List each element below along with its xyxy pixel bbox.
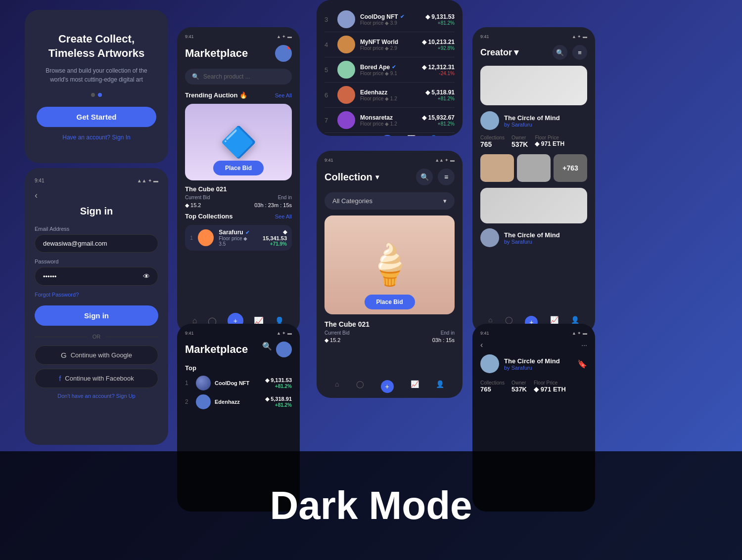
add-icon-col[interactable]: + <box>381 380 394 393</box>
cr-dark-name-block: The Circle of Mind by Sarafuru <box>504 357 560 371</box>
user-avatar[interactable] <box>275 45 292 62</box>
col-title: Collection ▾ <box>325 172 379 183</box>
get-started-button[interactable]: Get Started <box>37 107 156 127</box>
card-collection: 9:41 ▲▲ ✦ ▬ Collection ▾ 🔍 ≡ All Categor… <box>317 151 463 398</box>
home-icon-col[interactable]: ⌂ <box>335 380 339 393</box>
trending-see-all[interactable]: See All <box>275 92 292 98</box>
rank-number: 3 <box>325 16 332 23</box>
search-icon-col[interactable]: 🔍 <box>416 169 433 185</box>
rank-value: ◆ 15,932.67 +81.2% <box>422 114 455 127</box>
filter-icon-col[interactable]: ≡ <box>438 169 455 185</box>
dot-1 <box>91 93 95 97</box>
more-button-cr-dark[interactable]: ··· <box>581 341 587 349</box>
profile-icon-r[interactable]: 👤 <box>429 135 438 136</box>
mp-dark-num: 1 <box>185 380 192 387</box>
mp-status-bar: 9:41 ▲ ✦ ▬ <box>185 34 292 39</box>
fire-icon: 🔥 <box>239 91 247 99</box>
collections-see-all[interactable]: See All <box>275 214 292 219</box>
email-label: Email Address <box>35 226 158 232</box>
mp-dark-num: 2 <box>185 398 192 405</box>
search-icon-col-nav[interactable]: ◯ <box>356 380 364 393</box>
rank-name: Monsaretaz <box>360 114 397 121</box>
nft-name: The Cube 021 <box>325 320 455 328</box>
user-avatar-dark[interactable] <box>276 342 292 357</box>
chart-icon-r[interactable]: 📈 <box>407 135 416 136</box>
categories-dropdown[interactable]: All Categories ▾ <box>325 192 455 210</box>
mp-dark-header: Marketplace 🔍 <box>185 342 292 357</box>
mp-header: Marketplace <box>185 45 292 62</box>
card-rankings: 3 CoolDog NFT ✔ Floor price ◆ 3.9 ◆ 9,13… <box>317 0 463 136</box>
mp-search-bar[interactable]: 🔍 Search product ... <box>185 69 292 85</box>
google-button[interactable]: G Continue with Google <box>35 345 158 365</box>
creator-name-2: The Circle of Mind <box>504 231 560 239</box>
back-button[interactable]: ‹ <box>35 190 158 201</box>
rank-floor: Floor price ◆ 9.1 <box>360 71 397 76</box>
mp-dark-change: +81.2% <box>265 384 292 389</box>
profile-icon-col[interactable]: 👤 <box>436 380 444 393</box>
rank-info: MyNFT World Floor price ◆ 2.9 <box>360 39 398 51</box>
auction-card: 🔷 Place Bid <box>185 104 292 180</box>
dark-mode-text: Dark Mode <box>270 483 472 528</box>
cr-status-bar: 9:41 ▲ ✦ ▬ <box>480 34 587 39</box>
collections-title: Top Collections <box>185 213 233 220</box>
rank-name: Edenhazz <box>360 89 397 96</box>
back-button-cr-dark[interactable]: ‹ <box>480 341 483 349</box>
eye-icon[interactable]: 👁 <box>143 272 150 280</box>
search-placeholder: Search product ... <box>203 73 250 80</box>
cr-search-icon[interactable]: 🔍 <box>553 45 567 60</box>
search-icon-mp-dark[interactable]: 🔍 <box>262 342 272 357</box>
mp-dark-collections-title: Top <box>185 364 292 372</box>
creator-stats: Collections 765 Owner 537K Floor Price ◆… <box>480 135 587 148</box>
mp-dark-change: +81.2% <box>265 402 292 408</box>
dot-2 <box>98 93 102 97</box>
home-icon-r[interactable]: ⌂ <box>341 135 345 136</box>
cr-header-icons: 🔍 ≡ <box>553 45 587 60</box>
auction-meta: Current Bid End in <box>185 195 292 200</box>
mp-dark-items-list: 1 CoolDog NFT ◆ 9,131.53 +81.2% 2 Edenha… <box>185 376 292 409</box>
cr-dark-name: The Circle of Mind <box>504 357 560 365</box>
ranking-row: 4 MyNFT World Floor price ◆ 2.9 ◆ 10,213… <box>325 32 455 57</box>
chevron-down-cr-icon[interactable]: ▾ <box>514 47 518 58</box>
rank-avatar <box>337 61 355 79</box>
forgot-password-link[interactable]: Forgot Password? <box>35 292 158 298</box>
art-banner-1 <box>480 66 587 105</box>
mp-dark-status: 9:41 ▲ ✦ ▬ <box>185 331 292 336</box>
cr-title: Creator ▾ <box>480 47 518 58</box>
verified-icon: ✔ <box>400 14 404 19</box>
mp-title: Marketplace <box>185 47 248 60</box>
verified-icon: ✔ <box>392 64 396 70</box>
email-input[interactable]: dewasiwa@gmail.com <box>35 234 158 253</box>
bookmark-icon[interactable]: 🔖 <box>577 359 587 369</box>
signin-title: Sign in <box>35 206 158 217</box>
rank-value: ◆ 5,318.91 +81.2% <box>425 89 455 101</box>
bottom-nav-col: ⌂ ◯ + 📈 👤 <box>317 380 463 393</box>
mp-dark-value: ◆ 5,318.91 +81.2% <box>265 396 292 408</box>
col-header-icons: 🔍 ≡ <box>416 169 455 185</box>
cr-filter-icon[interactable]: ≡ <box>572 45 587 60</box>
cr-dark-item: The Circle of Mind by Sarafuru 🔖 <box>480 354 587 373</box>
rank-info: Bored Ape ✔ Floor price ◆ 9.1 <box>360 64 397 76</box>
status-bar: 9:41 ▲▲ ✦ ▬ <box>35 178 158 183</box>
mp-dark-avatar <box>196 376 211 390</box>
chevron-down-icon[interactable]: ▾ <box>375 173 379 181</box>
end-in-value: 03h : 23m : 15s <box>254 202 292 209</box>
cr-dark-stat-floor: Floor Price ◆ 971 ETH <box>534 380 566 393</box>
collection-avatar-1 <box>198 229 214 246</box>
chart-icon-col[interactable]: 📈 <box>411 380 419 393</box>
stat-owner: Owner 537K <box>511 135 528 148</box>
cr-dark-nav: ‹ ··· <box>480 341 587 349</box>
signin-button[interactable]: Sign in <box>35 305 158 326</box>
password-input[interactable]: •••••• 👁 <box>35 267 158 286</box>
facebook-button[interactable]: f Continue with Facebook <box>35 369 158 388</box>
nft-artwork: 🍦 <box>365 242 415 288</box>
place-bid-button[interactable]: Place Bid <box>213 161 264 175</box>
add-icon-r[interactable]: + <box>381 135 394 136</box>
ranking-row: 5 Bored Ape ✔ Floor price ◆ 9.1 ◆ 12,312… <box>325 57 455 83</box>
place-bid-col-button[interactable]: Place Bid <box>364 295 415 309</box>
rank-avatar <box>337 111 355 129</box>
search-icon-r[interactable]: ◯ <box>359 135 367 136</box>
mp-dark-header-icons: 🔍 <box>262 342 292 357</box>
rank-num-1: 1 <box>190 235 193 241</box>
rank-avatar <box>337 36 355 53</box>
end-in-label: End in <box>278 195 292 200</box>
